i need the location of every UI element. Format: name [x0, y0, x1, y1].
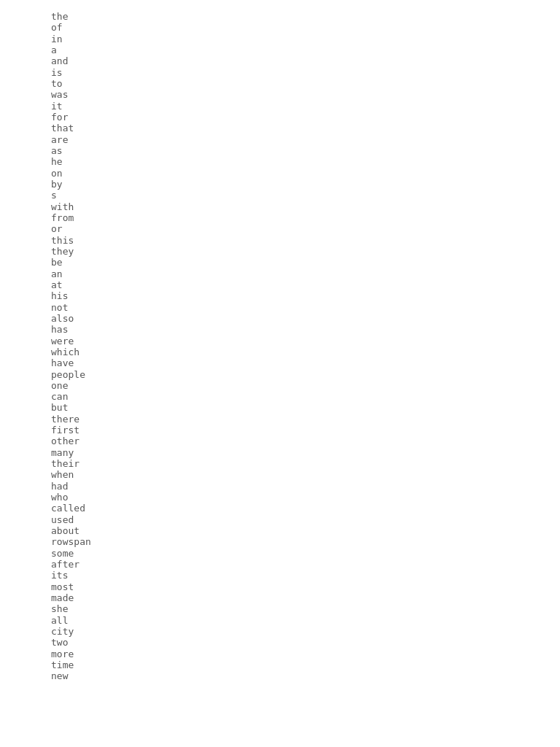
- word-list: theofinaandistowasitforthatareasheonbysw…: [51, 11, 509, 682]
- list-item: two: [51, 637, 68, 648]
- list-item: the: [51, 11, 68, 22]
- list-item: be: [51, 257, 63, 268]
- list-item: of: [51, 22, 63, 33]
- list-item: by: [51, 179, 63, 190]
- list-item: s: [51, 190, 57, 201]
- list-item: she: [51, 603, 68, 614]
- list-item: rowspan: [51, 536, 91, 547]
- list-item: to: [51, 78, 63, 89]
- list-item: at: [51, 279, 63, 290]
- list-item: first: [51, 425, 79, 436]
- list-item: have: [51, 357, 74, 368]
- list-item: time: [51, 659, 74, 670]
- list-item: from: [51, 212, 74, 223]
- list-item: and: [51, 55, 68, 66]
- list-item: when: [51, 469, 74, 480]
- list-item: other: [51, 436, 79, 446]
- list-item: new: [51, 670, 68, 681]
- list-item: made: [51, 592, 74, 603]
- list-item: but: [51, 402, 68, 413]
- list-item: had: [51, 481, 68, 492]
- list-item: more: [51, 649, 74, 659]
- list-item: his: [51, 290, 68, 301]
- list-item: they: [51, 246, 74, 257]
- list-item: this: [51, 235, 74, 246]
- list-item: is: [51, 67, 63, 78]
- list-item: all: [51, 615, 68, 626]
- list-item: he: [51, 156, 63, 167]
- list-item: some: [51, 548, 74, 559]
- list-item: about: [51, 525, 79, 536]
- list-item: can: [51, 391, 68, 402]
- list-item: with: [51, 201, 74, 212]
- list-item: many: [51, 447, 74, 458]
- list-item: or: [51, 223, 63, 234]
- list-item: which: [51, 347, 79, 357]
- list-item: an: [51, 268, 63, 279]
- list-item: also: [51, 313, 74, 324]
- list-item: was: [51, 89, 68, 100]
- list-item: as: [51, 145, 63, 156]
- list-item: were: [51, 336, 74, 347]
- list-item: on: [51, 168, 63, 179]
- list-item: used: [51, 514, 74, 525]
- list-item: most: [51, 581, 74, 592]
- list-item: there: [51, 414, 79, 425]
- list-item: in: [51, 34, 63, 44]
- list-item: one: [51, 380, 68, 391]
- list-item: for: [51, 112, 68, 123]
- list-item: not: [51, 302, 68, 313]
- list-item: who: [51, 492, 68, 503]
- list-item: that: [51, 123, 74, 133]
- list-item: after: [51, 559, 79, 570]
- list-item: city: [51, 626, 74, 637]
- list-item: its: [51, 570, 68, 581]
- list-item: a: [51, 44, 57, 55]
- list-item: it: [51, 101, 63, 112]
- list-item: has: [51, 324, 68, 335]
- list-item: people: [51, 369, 85, 380]
- list-item: called: [51, 503, 85, 514]
- list-item: their: [51, 458, 79, 469]
- list-item: are: [51, 134, 68, 145]
